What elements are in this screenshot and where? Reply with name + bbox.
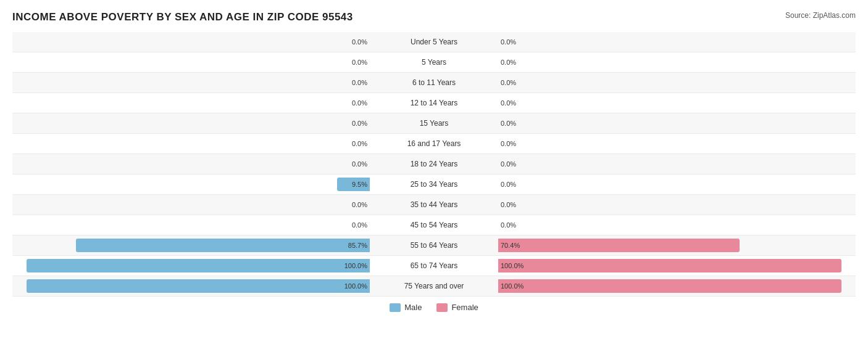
male-value: 85.7%	[348, 242, 367, 249]
bars-area: 0.0%Under 5 Years0.0%0.0%5 Years0.0%0.0%…	[12, 32, 856, 297]
age-label: 75 Years and over	[372, 282, 496, 290]
male-value: 0.0%	[352, 221, 367, 229]
bar-female: 100.0%	[498, 279, 841, 293]
right-section: 100.0%	[496, 256, 856, 276]
male-value: 0.0%	[352, 201, 367, 208]
bar-female: 100.0%	[498, 259, 841, 272]
male-value: 0.0%	[352, 160, 367, 168]
male-value: 0.0%	[352, 38, 367, 46]
age-label: 6 to 11 Years	[372, 78, 496, 87]
right-section: 100.0%	[496, 276, 856, 296]
right-section: 0.0%	[496, 52, 856, 72]
female-value: 100.0%	[501, 262, 524, 269]
legend-female-label: Female	[451, 303, 478, 312]
chart-source: Source: ZipAtlas.com	[785, 11, 856, 20]
male-value: 100.0%	[344, 262, 367, 269]
right-section: 0.0%	[496, 73, 856, 92]
male-value: 9.5%	[352, 181, 367, 188]
age-label: 18 to 24 Years	[372, 160, 496, 168]
female-value: 0.0%	[501, 181, 516, 188]
chart-header: INCOME ABOVE POVERTY BY SEX AND AGE IN Z…	[12, 11, 856, 23]
age-label: 15 Years	[372, 119, 496, 128]
left-section: 0.0%	[12, 195, 372, 215]
female-value: 0.0%	[501, 140, 516, 147]
male-value: 100.0%	[344, 282, 367, 290]
table-row: 0.0%35 to 44 Years0.0%	[12, 195, 856, 215]
legend-male: Male	[390, 303, 422, 312]
female-value: 0.0%	[501, 79, 516, 86]
left-section: 0.0%	[12, 134, 372, 154]
bar-male: 9.5%	[337, 178, 370, 191]
female-value: 70.4%	[501, 242, 520, 249]
female-value: 0.0%	[501, 221, 516, 229]
age-label: 5 Years	[372, 58, 496, 67]
bar-male: 100.0%	[27, 259, 370, 272]
chart-container: INCOME ABOVE POVERTY BY SEX AND AGE IN Z…	[0, 0, 868, 324]
male-value: 0.0%	[352, 59, 367, 66]
table-row: 0.0%15 Years0.0%	[12, 113, 856, 134]
female-value: 0.0%	[501, 38, 516, 46]
table-row: 0.0%45 to 54 Years0.0%	[12, 215, 856, 235]
right-section: 0.0%	[496, 93, 856, 113]
right-section: 0.0%	[496, 134, 856, 154]
age-label: Under 5 Years	[372, 38, 496, 46]
age-label: 25 to 34 Years	[372, 180, 496, 189]
table-row: 100.0%65 to 74 Years100.0%	[12, 256, 856, 276]
table-row: 9.5%25 to 34 Years0.0%	[12, 174, 856, 195]
right-section: 0.0%	[496, 32, 856, 52]
right-section: 0.0%	[496, 215, 856, 235]
right-section: 0.0%	[496, 113, 856, 133]
legend-male-box	[390, 303, 401, 312]
female-value: 0.0%	[501, 120, 516, 127]
left-section: 0.0%	[12, 73, 372, 92]
age-label: 65 to 74 Years	[372, 261, 496, 270]
right-section: 0.0%	[496, 154, 856, 174]
female-value: 100.0%	[501, 282, 524, 290]
age-label: 55 to 64 Years	[372, 241, 496, 250]
age-label: 45 to 54 Years	[372, 221, 496, 229]
table-row: 0.0%12 to 14 Years0.0%	[12, 93, 856, 113]
left-section: 85.7%	[12, 235, 372, 255]
table-row: 0.0%5 Years0.0%	[12, 52, 856, 73]
left-section: 100.0%	[12, 256, 372, 276]
left-section: 0.0%	[12, 215, 372, 235]
female-value: 0.0%	[501, 99, 516, 107]
table-row: 0.0%16 and 17 Years0.0%	[12, 134, 856, 154]
male-value: 0.0%	[352, 140, 367, 147]
left-section: 0.0%	[12, 52, 372, 72]
left-section: 9.5%	[12, 174, 372, 194]
age-label: 16 and 17 Years	[372, 139, 496, 148]
age-label: 12 to 14 Years	[372, 99, 496, 107]
table-row: 0.0%Under 5 Years0.0%	[12, 32, 856, 52]
bar-female: 70.4%	[498, 239, 740, 252]
female-value: 0.0%	[501, 160, 516, 168]
legend-male-label: Male	[404, 303, 422, 312]
right-section: 0.0%	[496, 174, 856, 194]
legend-female-box	[436, 303, 448, 312]
male-value: 0.0%	[352, 79, 367, 86]
table-row: 0.0%18 to 24 Years0.0%	[12, 154, 856, 174]
age-label: 35 to 44 Years	[372, 200, 496, 209]
male-value: 0.0%	[352, 99, 367, 107]
left-section: 0.0%	[12, 93, 372, 113]
right-section: 70.4%	[496, 235, 856, 255]
table-row: 0.0%6 to 11 Years0.0%	[12, 73, 856, 93]
bar-male: 85.7%	[76, 239, 370, 252]
legend-female: Female	[436, 303, 478, 312]
bar-male: 100.0%	[27, 279, 370, 293]
table-row: 100.0%75 Years and over100.0%	[12, 276, 856, 297]
male-value: 0.0%	[352, 120, 367, 127]
left-section: 0.0%	[12, 154, 372, 174]
female-value: 0.0%	[501, 59, 516, 66]
right-section: 0.0%	[496, 195, 856, 215]
left-section: 0.0%	[12, 113, 372, 133]
table-row: 85.7%55 to 64 Years70.4%	[12, 235, 856, 256]
left-section: 100.0%	[12, 276, 372, 296]
left-section: 0.0%	[12, 32, 372, 52]
chart-title: INCOME ABOVE POVERTY BY SEX AND AGE IN Z…	[12, 11, 353, 23]
legend: Male Female	[12, 303, 856, 312]
female-value: 0.0%	[501, 201, 516, 208]
